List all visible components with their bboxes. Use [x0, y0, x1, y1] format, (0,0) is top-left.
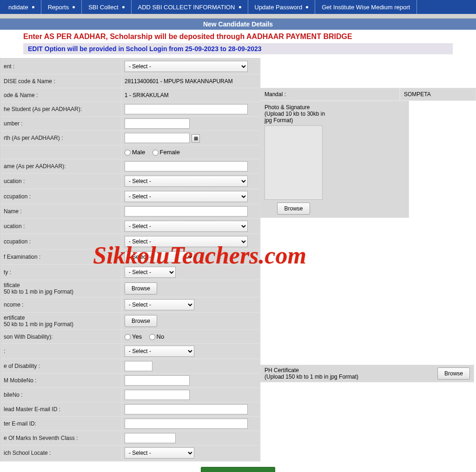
- select-mother-occupation[interactable]: - Select -: [125, 236, 248, 247]
- value-udise: 28113400601 - MPUPS MAKANNAPURAM: [122, 74, 260, 88]
- top-nav: ndidate Reports SBI Collect ADD SBI COLL…: [0, 0, 476, 14]
- label-income: ncome :: [1, 297, 122, 313]
- input-dob[interactable]: [125, 133, 190, 143]
- label-income-cert: ertificate50 kb to 1 mb in jpg Format): [1, 313, 122, 330]
- label-student-name: he Student (As per AADHAAR):: [1, 102, 122, 117]
- nav-get-report[interactable]: Get Institute Wise Medium report: [315, 0, 417, 14]
- browse-photo-button[interactable]: Browse: [277, 203, 310, 215]
- select-father-occupation[interactable]: - Select -: [125, 191, 248, 202]
- label-pwd-type: :: [1, 344, 122, 359]
- input-aadhar[interactable]: [125, 118, 190, 129]
- input-hm-email[interactable]: [125, 404, 248, 414]
- value-mandal: SOMPETA: [400, 88, 476, 101]
- label-caste-cert: tificate50 kb to 1 mb in jpg Format): [1, 280, 122, 297]
- chevron-down-icon: [122, 6, 125, 8]
- select-department[interactable]: - Select -: [125, 61, 248, 72]
- label-aadhar: umber :: [1, 117, 122, 131]
- nav-strip: [0, 14, 476, 19]
- nav-sbi-collect[interactable]: SBI Collect: [82, 0, 131, 14]
- label-gender: [1, 145, 122, 159]
- label-mother-occupation: ccupation :: [1, 234, 122, 249]
- label-hm-mobile: M MobileNo :: [1, 374, 122, 388]
- select-community[interactable]: - Select -: [125, 267, 176, 278]
- label-pwd-pct: e of Disability :: [1, 359, 122, 374]
- value-district: 1 - SRIKAKULAM: [122, 88, 260, 102]
- label-photo: Photo & Signature: [264, 104, 405, 111]
- select-medium[interactable]: - Select -: [125, 251, 194, 262]
- radio-pwd-no-label[interactable]: No: [149, 333, 165, 340]
- label-photo-hint2: jpg Format): [264, 117, 405, 124]
- label-district: ode & Name :: [1, 88, 122, 102]
- submit-button[interactable]: Submit Application: [201, 467, 275, 472]
- label-pwd: son With Disability):: [1, 330, 122, 344]
- input-marks[interactable]: [125, 433, 176, 443]
- form-panel: ent : - Select - DISE code & Name : 2811…: [0, 58, 260, 461]
- chevron-down-icon: [73, 6, 75, 8]
- banner-aadhar: Enter AS PER AADHAR, Scholarship will be…: [0, 30, 476, 42]
- label-father-name: ame (As per AADHAAR):: [1, 159, 122, 174]
- label-ph-cert: PH Certificate(Upload 150 kb to 1 mb in …: [264, 367, 358, 380]
- chevron-down-icon: [306, 6, 308, 8]
- right-column: Mandal : SOMPETA Photo & Signature (Uplo…: [260, 58, 476, 382]
- page-title: New Candidate Details: [0, 19, 476, 30]
- calendar-icon[interactable]: ▦: [192, 134, 200, 143]
- chevron-down-icon: [32, 6, 34, 8]
- label-photo-hint1: (Upload 10 kb to 30kb in: [264, 111, 405, 117]
- select-pwd-type[interactable]: - Select -: [125, 346, 194, 357]
- radio-pwd-yes-label[interactable]: Yes: [125, 333, 142, 340]
- input-hm-mobile[interactable]: [125, 375, 190, 386]
- browse-caste-cert-button[interactable]: Browse: [125, 282, 157, 295]
- nav-reports[interactable]: Reports: [41, 0, 82, 14]
- radio-male[interactable]: [125, 150, 131, 156]
- input-father-name[interactable]: [125, 161, 248, 171]
- browse-income-cert-button[interactable]: Browse: [125, 315, 157, 327]
- input-parent-mobile[interactable]: [125, 390, 190, 400]
- label-mother-education: ucation :: [1, 219, 122, 234]
- chevron-down-icon: [239, 6, 241, 8]
- label-area: ich School Locate :: [1, 446, 122, 461]
- label-udise: DISE code & Name :: [1, 74, 122, 88]
- input-hm-email2[interactable]: [125, 419, 248, 429]
- nav-candidate[interactable]: ndidate: [2, 0, 41, 14]
- label-father-education: ucation :: [1, 174, 122, 189]
- input-student-name[interactable]: [125, 104, 248, 114]
- select-area[interactable]: - Select -: [125, 447, 194, 459]
- banner-edit-window: EDIT Option will be provided in School L…: [23, 43, 453, 54]
- label-department: ent :: [1, 59, 122, 74]
- input-pwd-pct[interactable]: [125, 361, 152, 371]
- radio-female[interactable]: [152, 150, 159, 156]
- nav-update-password[interactable]: Update Password: [248, 0, 316, 14]
- photo-upload-block: Photo & Signature (Upload 10 kb to 30kb …: [260, 101, 409, 218]
- label-mandal: Mandal :: [260, 88, 400, 101]
- label-hm-email2: ter E-mail ID:: [1, 417, 122, 431]
- label-mother-name: Name :: [1, 204, 122, 219]
- radio-pwd-no[interactable]: [149, 334, 155, 340]
- select-father-education[interactable]: - Select -: [125, 176, 248, 187]
- label-marks: e Of Marks In Seventh Class :: [1, 431, 122, 446]
- label-medium: f Examination :: [1, 249, 122, 265]
- photo-preview: [264, 125, 323, 200]
- radio-pwd-yes[interactable]: [125, 334, 131, 340]
- label-parent-mobile: bileNo :: [1, 388, 122, 402]
- select-income[interactable]: - Select -: [125, 299, 194, 310]
- select-mother-education[interactable]: - Select -: [125, 221, 248, 232]
- label-dob: rth (As per AADHAAR) :: [1, 131, 122, 145]
- browse-ph-cert-button[interactable]: Browse: [437, 367, 470, 380]
- nav-add-sbi-info[interactable]: ADD SBI COLLECT INFORMATION: [132, 0, 248, 14]
- radio-female-label[interactable]: Female: [152, 149, 180, 156]
- label-father-occupation: ccupation :: [1, 189, 122, 204]
- label-community: ty :: [1, 265, 122, 280]
- input-mother-name[interactable]: [125, 206, 248, 216]
- radio-male-label[interactable]: Male: [125, 149, 145, 156]
- label-hm-email: lead Master E-mail ID :: [1, 402, 122, 417]
